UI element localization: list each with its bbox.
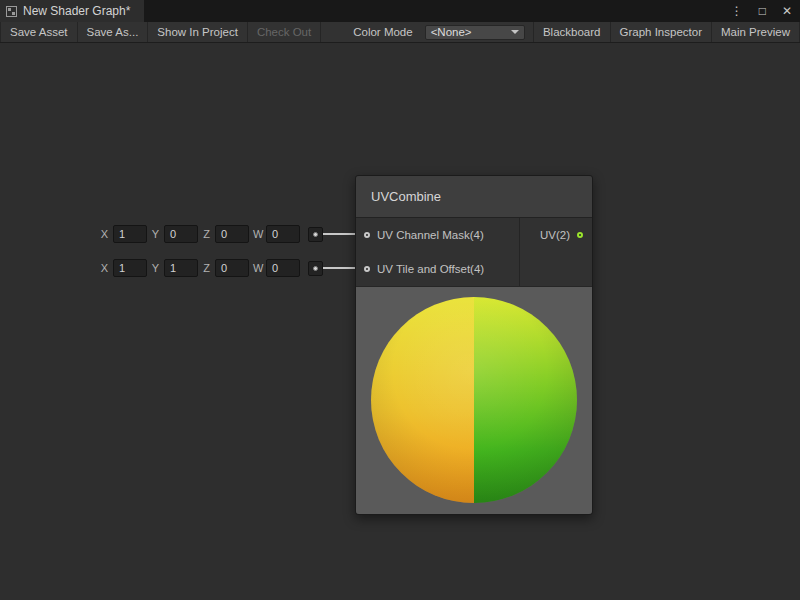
output-port-label: UV(2) [540, 229, 570, 241]
shader-graph-window: New Shader Graph* ⋮ □ ✕ Save Asset Save … [0, 0, 800, 600]
node-input-column: UV Channel Mask(4) UV Tile and Offset(4) [356, 218, 520, 286]
color-mode-dropdown[interactable]: <None> [425, 25, 525, 40]
toolbar-right-group: Blackboard Graph Inspector Main Preview [533, 22, 800, 42]
input-port-row-uv-tile-offset: UV Tile and Offset(4) [356, 252, 519, 286]
blackboard-button[interactable]: Blackboard [533, 22, 610, 42]
node-output-column: UV(2) [520, 218, 592, 286]
vector4-slot-row-2: X 1 Y 1 Z 0 W 0 [100, 259, 323, 277]
tab-title: New Shader Graph* [23, 4, 130, 18]
vector-field-x[interactable]: 1 [113, 225, 147, 243]
sphere-left-half [371, 297, 474, 503]
close-icon[interactable]: ✕ [774, 0, 800, 22]
menu-icon[interactable]: ⋮ [723, 0, 751, 22]
inline-port-stub[interactable] [308, 227, 323, 242]
vector-field-x[interactable]: 1 [113, 259, 147, 277]
inline-port-stub[interactable] [308, 261, 323, 276]
vector-field-z[interactable]: 0 [215, 259, 249, 277]
save-asset-button[interactable]: Save Asset [0, 22, 78, 42]
axis-label-w: W [253, 262, 262, 274]
shader-graph-icon [6, 6, 17, 17]
axis-label-x: X [100, 262, 109, 274]
graph-canvas[interactable]: X 1 Y 0 Z 0 W 0 X 1 Y 1 Z 0 W 0 [0, 43, 800, 600]
color-mode-value: <None> [431, 26, 472, 38]
port-dot-icon [313, 266, 318, 271]
uv-preview-sphere [371, 297, 577, 503]
check-out-button: Check Out [248, 22, 321, 42]
axis-label-w: W [253, 228, 262, 240]
vector-field-z[interactable]: 0 [215, 225, 249, 243]
save-as-button[interactable]: Save As... [78, 22, 149, 42]
chevron-down-icon [511, 30, 519, 34]
input-port-label: UV Tile and Offset(4) [377, 263, 484, 275]
vector-field-w[interactable]: 0 [266, 259, 300, 277]
show-in-project-button[interactable]: Show In Project [148, 22, 248, 42]
axis-label-x: X [100, 228, 109, 240]
axis-label-y: Y [151, 262, 160, 274]
color-mode-label: Color Mode [347, 22, 418, 42]
axis-label-z: Z [202, 228, 211, 240]
vector-field-y[interactable]: 1 [164, 259, 198, 277]
output-port[interactable] [577, 232, 583, 238]
node-title: UVCombine [371, 189, 441, 204]
input-port-label: UV Channel Mask(4) [377, 229, 484, 241]
node-preview [356, 286, 592, 514]
input-port[interactable] [364, 232, 370, 238]
titlebar: New Shader Graph* ⋮ □ ✕ [0, 0, 800, 22]
graph-inspector-button[interactable]: Graph Inspector [610, 22, 711, 42]
axis-label-z: Z [202, 262, 211, 274]
tab-new-shader-graph[interactable]: New Shader Graph* [0, 0, 144, 22]
vector-field-y[interactable]: 0 [164, 225, 198, 243]
vector-field-w[interactable]: 0 [266, 225, 300, 243]
node-port-area: UV Channel Mask(4) UV Tile and Offset(4)… [356, 218, 592, 286]
output-port-row: UV(2) [520, 218, 592, 252]
window-controls: ⋮ □ ✕ [723, 0, 800, 22]
main-preview-button[interactable]: Main Preview [711, 22, 800, 42]
maximize-icon[interactable]: □ [751, 0, 774, 22]
node-uvcombine[interactable]: UVCombine UV Channel Mask(4) UV Tile and… [355, 175, 593, 515]
input-port[interactable] [364, 266, 370, 272]
sphere-right-half [474, 297, 577, 503]
axis-label-y: Y [151, 228, 160, 240]
toolbar: Save Asset Save As... Show In Project Ch… [0, 22, 800, 43]
node-title-bar[interactable]: UVCombine [356, 176, 592, 218]
port-dot-icon [313, 232, 318, 237]
input-port-row-uv-channel-mask: UV Channel Mask(4) [356, 218, 519, 252]
vector4-slot-row-1: X 1 Y 0 Z 0 W 0 [100, 225, 323, 243]
